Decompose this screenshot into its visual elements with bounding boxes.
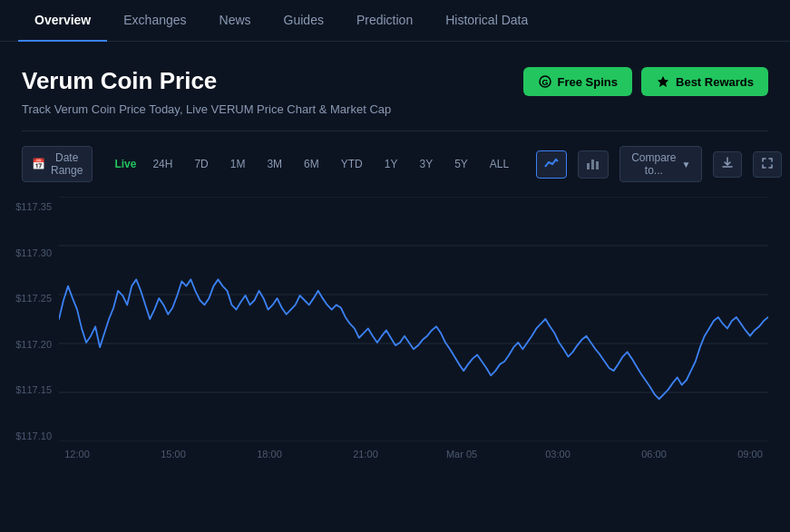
expand-icon	[761, 158, 774, 172]
header-left: Verum Coin Price Track Verum Coin Price …	[22, 67, 391, 116]
y-label-5: $117.10	[7, 430, 52, 441]
svg-rect-3	[587, 163, 590, 169]
expand-button[interactable]	[753, 151, 782, 178]
chart-wrapper: $117.35 $117.30 $117.25 $117.20 $117.15 …	[0, 197, 768, 459]
page-subtitle: Track Verum Coin Price Today, Live VERUM…	[22, 102, 391, 116]
compare-button[interactable]: Compare to... ▼	[619, 146, 702, 182]
x-label-1800: 18:00	[251, 449, 288, 463]
bar-chart-button[interactable]	[578, 150, 609, 179]
date-range-label: Date Range	[51, 151, 83, 177]
nav-item-historical-data[interactable]: Historical Data	[429, 0, 544, 42]
nav-item-news[interactable]: News	[203, 0, 268, 42]
svg-text:G: G	[541, 78, 548, 87]
y-label-3: $117.20	[7, 339, 52, 350]
download-button[interactable]	[713, 151, 742, 178]
time-btn-3y[interactable]: 3Y	[414, 154, 438, 174]
price-line	[59, 279, 768, 399]
time-btn-24h[interactable]: 24H	[147, 154, 178, 174]
x-label-0300: 03:00	[540, 449, 576, 463]
y-label-0: $117.35	[7, 201, 52, 212]
time-btn-ytd[interactable]: YTD	[336, 154, 368, 174]
download-icon	[721, 158, 734, 172]
time-btn-1m[interactable]: 1M	[225, 154, 251, 174]
svg-rect-4	[591, 160, 594, 169]
y-label-4: $117.15	[7, 384, 52, 395]
time-btn-6m[interactable]: 6M	[298, 154, 325, 174]
line-chart-button[interactable]	[536, 150, 567, 179]
page-title: Verum Coin Price	[22, 67, 391, 95]
x-axis: 12:00 15:00 18:00 21:00 Mar 05 03:00 06:…	[59, 445, 768, 463]
calendar-icon: 📅	[32, 158, 45, 170]
nav-item-exchanges[interactable]: Exchanges	[107, 0, 202, 42]
x-label-0900: 09:00	[732, 449, 768, 463]
x-label-1500: 15:00	[155, 449, 191, 463]
bar-chart-icon	[586, 156, 600, 173]
nav-item-prediction[interactable]: Prediction	[340, 0, 429, 42]
nav-item-overview[interactable]: Overview	[18, 0, 107, 42]
best-rewards-icon	[656, 74, 670, 89]
nav-bar: Overview Exchanges News Guides Predictio…	[0, 0, 790, 42]
line-chart-icon	[544, 156, 559, 173]
y-axis: $117.35 $117.30 $117.25 $117.20 $117.15 …	[0, 197, 59, 459]
x-label-2100: 21:00	[347, 449, 384, 463]
svg-rect-5	[596, 161, 599, 169]
live-label: Live	[114, 158, 136, 170]
date-range-button[interactable]: 📅 Date Range	[22, 146, 93, 182]
free-spins-button[interactable]: G Free Spins	[523, 67, 632, 96]
x-label-1200: 12:00	[59, 449, 95, 463]
free-spins-label: Free Spins	[558, 75, 618, 89]
chart-area: $117.35 $117.30 $117.25 $117.20 $117.15 …	[0, 197, 790, 469]
y-label-1: $117.30	[7, 247, 52, 258]
compare-label: Compare to...	[631, 151, 676, 177]
chart-content: 12:00 15:00 18:00 21:00 Mar 05 03:00 06:…	[59, 197, 768, 459]
nav-item-guides[interactable]: Guides	[268, 0, 340, 42]
free-spins-icon: G	[538, 74, 552, 89]
header-section: Verum Coin Price Track Verum Coin Price …	[0, 42, 790, 131]
time-btn-7d[interactable]: 7D	[189, 154, 213, 174]
best-rewards-button[interactable]: Best Rewards	[641, 67, 768, 96]
chevron-down-icon: ▼	[682, 160, 691, 169]
time-btn-3m[interactable]: 3M	[261, 154, 288, 174]
y-label-2: $117.25	[7, 293, 52, 304]
svg-marker-2	[658, 76, 668, 87]
time-btn-1y[interactable]: 1Y	[379, 154, 404, 174]
x-label-mar05: Mar 05	[444, 449, 480, 463]
price-chart-svg	[59, 197, 768, 441]
x-label-0600: 06:00	[636, 449, 672, 463]
time-btn-5y[interactable]: 5Y	[449, 154, 473, 174]
best-rewards-label: Best Rewards	[676, 75, 754, 89]
header-buttons: G Free Spins Best Rewards	[523, 67, 768, 96]
time-btn-all[interactable]: ALL	[484, 154, 514, 174]
chart-controls: 📅 Date Range Live 24H 7D 1M 3M 6M YTD 1Y…	[0, 131, 790, 197]
